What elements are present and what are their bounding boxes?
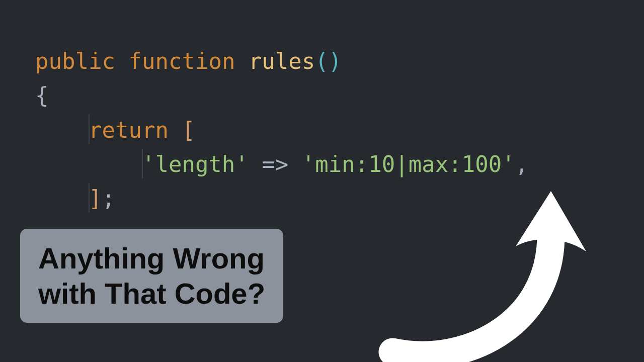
paren-open: ( — [315, 48, 329, 74]
keyword-public: public — [35, 48, 115, 74]
brace-open: { — [35, 82, 49, 108]
keyword-return: return — [89, 117, 169, 143]
array-value: 'min:10|max:100' — [302, 151, 515, 177]
paren-close: ) — [329, 48, 342, 74]
semicolon: ; — [102, 186, 115, 211]
callout-line1: Anything Wrong — [38, 241, 265, 276]
code-block: public function rules() { return [ 'leng… — [35, 10, 528, 216]
callout-label: Anything Wrong with That Code? — [20, 229, 283, 323]
function-name: rules — [249, 48, 315, 74]
keyword-function: function — [128, 48, 235, 74]
callout-line2: with That Code? — [38, 276, 265, 311]
array-key: 'length' — [142, 151, 249, 177]
comma: , — [515, 151, 529, 177]
bracket-open: [ — [182, 117, 195, 143]
arrow: => — [262, 151, 288, 177]
bracket-close: ] — [89, 186, 102, 211]
